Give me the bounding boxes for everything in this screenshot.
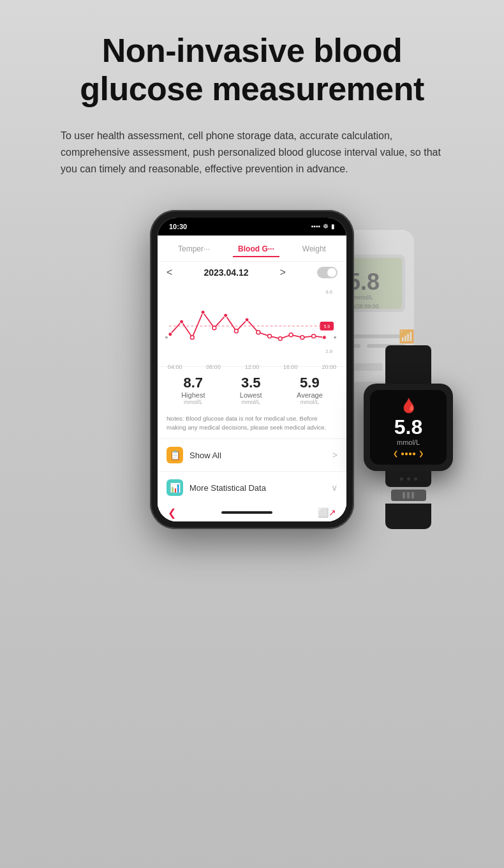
- average-value: 5.9: [297, 375, 323, 391]
- view-toggle[interactable]: [317, 267, 337, 278]
- status-icons: ▪▪▪▪ ☸ ▮: [311, 223, 335, 230]
- svg-point-31: [334, 336, 336, 338]
- lowest-value: 3.5: [240, 375, 262, 391]
- stats-row: 8.7 Highest mmol/L 3.5 Lowest mmol/L 5.9…: [158, 366, 346, 410]
- phone-home-bar: ❮ ⬜↗: [158, 504, 346, 521]
- x-label-4: 16:00: [283, 364, 298, 370]
- phone-mockup: 10:30 ▪▪▪▪ ☸ ▮ Temper··· Blood G··· Weig…: [150, 210, 354, 530]
- svg-text:5.9: 5.9: [324, 324, 330, 329]
- chart-area: 9.6 2.8 5.9: [158, 283, 346, 366]
- smart-band-device: 🩸 5.8 mmol/L ❮ ●●●● ❯: [345, 345, 472, 529]
- arrow-right-icon: ❯: [419, 450, 424, 457]
- svg-point-27: [300, 335, 304, 339]
- nav-blood-glucose[interactable]: Blood G···: [233, 242, 279, 257]
- svg-point-19: [212, 326, 216, 330]
- svg-point-17: [190, 335, 194, 339]
- signal-icon: ▪▪▪▪: [311, 223, 320, 230]
- show-all-icon: 📋: [167, 447, 183, 463]
- nav-weight[interactable]: Weight: [297, 242, 331, 257]
- band-arrows: ❮ ●●●● ❯: [393, 450, 424, 457]
- average-unit: mmol/L: [297, 399, 323, 405]
- date-prev-button[interactable]: <: [167, 267, 172, 278]
- arrow-left-icon: ❮: [393, 450, 398, 457]
- more-stats-menu-item[interactable]: 📊 More Statistical Data ∨: [158, 471, 346, 504]
- devices-section: 5.8 mmol/L 05/28 09:00 📶: [38, 210, 466, 530]
- back-button[interactable]: ❮: [168, 507, 176, 519]
- app-nav: Temper··· Blood G··· Weight: [158, 236, 346, 262]
- svg-point-16: [180, 320, 184, 324]
- status-bar: 10:30 ▪▪▪▪ ☸ ▮: [158, 218, 346, 236]
- svg-point-15: [168, 333, 172, 336]
- svg-point-29: [322, 335, 326, 339]
- chart-x-labels: 04:00 08:00 12:00 16:00 20:00: [164, 364, 340, 370]
- x-label-3: 12:00: [245, 364, 260, 370]
- y-max-label: 9.6: [325, 288, 333, 294]
- menu-item-left-2: 📊 More Statistical Data: [167, 479, 266, 496]
- lowest-label: Lowest: [240, 391, 262, 399]
- svg-point-25: [278, 336, 282, 340]
- svg-point-20: [224, 313, 228, 317]
- page-title: Non-invasive blood glucose measurement: [38, 32, 466, 108]
- lowest-unit: mmol/L: [240, 399, 262, 405]
- date-nav: < 2023.04.12 >: [158, 262, 346, 283]
- dots-icon: ●●●●: [401, 450, 416, 457]
- wifi-icon: ☸: [323, 223, 329, 230]
- svg-point-22: [245, 318, 249, 322]
- stat-lowest: 3.5 Lowest mmol/L: [240, 375, 262, 405]
- x-label-1: 04:00: [168, 364, 182, 370]
- glucose-chart: 9.6 2.8 5.9: [164, 283, 340, 360]
- page-container: Non-invasive blood glucose measurement T…: [0, 0, 504, 868]
- highest-value: 8.7: [181, 375, 205, 391]
- x-label-5: 20:00: [322, 364, 336, 370]
- nav-temperature[interactable]: Temper···: [173, 242, 215, 257]
- app-screen: Temper··· Blood G··· Weight < 2023.04.12…: [158, 236, 346, 522]
- date-next-button[interactable]: >: [280, 267, 286, 278]
- show-all-label: Show All: [189, 451, 221, 460]
- more-stats-arrow: ∨: [331, 483, 337, 493]
- share-button[interactable]: ⬜↗: [318, 507, 336, 518]
- band-buckle: [385, 487, 431, 504]
- band-value: 5.8: [394, 417, 422, 437]
- more-stats-icon: 📊: [167, 479, 183, 496]
- menu-item-left: 📋 Show All: [167, 447, 221, 463]
- highest-label: Highest: [181, 391, 205, 399]
- show-all-menu-item[interactable]: 📋 Show All >: [158, 438, 346, 471]
- y-min-label: 2.8: [325, 348, 333, 354]
- page-description: To user health assessment, cell phone st…: [61, 128, 443, 178]
- svg-point-24: [268, 334, 272, 338]
- svg-point-23: [256, 331, 260, 334]
- svg-text:mmol/L: mmol/L: [354, 294, 373, 301]
- highest-unit: mmol/L: [181, 399, 205, 405]
- notch: [226, 218, 278, 232]
- x-label-2: 08:00: [206, 364, 221, 370]
- notes-text: Notes: Blood glucose data is not for med…: [158, 410, 346, 439]
- band-icon: 🩸: [400, 398, 417, 414]
- current-date: 2023.04.12: [204, 267, 248, 278]
- battery-icon: ▮: [331, 223, 335, 230]
- svg-point-18: [201, 310, 205, 314]
- status-time: 10:30: [169, 223, 187, 230]
- phone-screen-inner: 10:30 ▪▪▪▪ ☸ ▮ Temper··· Blood G··· Weig…: [158, 218, 346, 522]
- show-all-arrow: >: [332, 450, 337, 460]
- more-stats-label: More Statistical Data: [189, 483, 266, 493]
- svg-point-21: [234, 329, 238, 333]
- svg-point-26: [289, 333, 293, 337]
- home-indicator: [221, 511, 272, 514]
- svg-point-28: [312, 334, 316, 338]
- stat-average: 5.9 Average mmol/L: [297, 375, 323, 405]
- svg-text:📶: 📶: [399, 329, 415, 344]
- band-unit: mmol/L: [397, 438, 420, 446]
- average-label: Average: [297, 391, 323, 399]
- stat-highest: 8.7 Highest mmol/L: [181, 375, 205, 405]
- svg-point-30: [165, 336, 168, 338]
